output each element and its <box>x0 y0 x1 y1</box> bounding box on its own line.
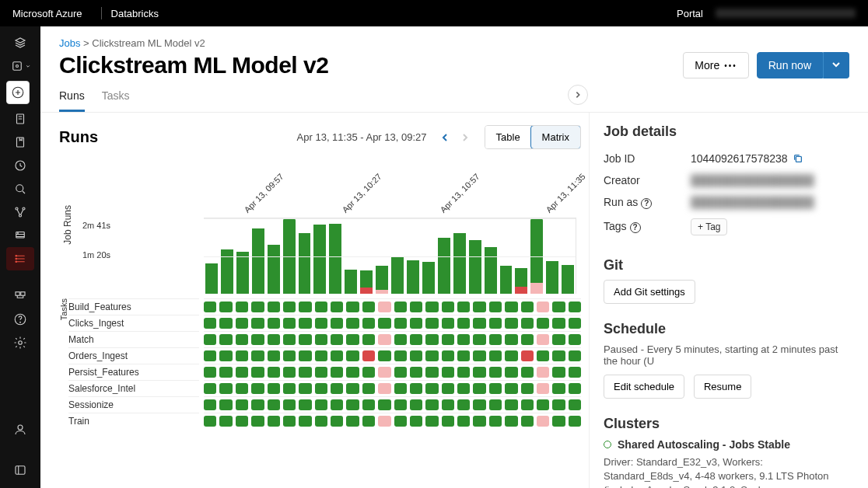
matrix-cell[interactable] <box>473 383 485 394</box>
matrix-cell[interactable] <box>219 416 232 427</box>
matrix-cell[interactable] <box>457 367 470 378</box>
matrix-cell[interactable] <box>362 399 375 410</box>
matrix-cell[interactable] <box>204 302 216 312</box>
matrix-cell[interactable] <box>410 416 422 427</box>
nav-repos-icon[interactable] <box>6 131 34 154</box>
matrix-cell[interactable] <box>236 318 248 329</box>
edit-schedule-button[interactable]: Edit schedule <box>604 375 684 399</box>
matrix-cell[interactable] <box>219 367 232 378</box>
matrix-cell[interactable] <box>442 367 454 378</box>
matrix-cell[interactable] <box>315 399 327 410</box>
matrix-cell[interactable] <box>521 302 534 312</box>
matrix-cell[interactable] <box>505 318 517 329</box>
matrix-cell[interactable] <box>236 367 248 378</box>
matrix-cell[interactable] <box>537 318 549 329</box>
matrix-cell[interactable] <box>505 302 517 312</box>
nav-panel-icon[interactable] <box>6 458 34 482</box>
nav-settings-icon[interactable] <box>6 331 34 354</box>
matrix-cell[interactable] <box>457 350 470 361</box>
runs-prev-button[interactable] <box>435 127 455 148</box>
matrix-cell[interactable] <box>442 350 454 361</box>
matrix-cell[interactable] <box>521 318 534 329</box>
matrix-cell[interactable] <box>236 302 248 312</box>
matrix-cell[interactable] <box>378 302 390 312</box>
matrix-cell[interactable] <box>569 367 581 378</box>
matrix-cell[interactable] <box>425 416 438 427</box>
matrix-cell[interactable] <box>410 302 422 312</box>
matrix-cell[interactable] <box>219 383 232 394</box>
add-tag-button[interactable]: + Tag <box>691 218 727 235</box>
matrix-cell[interactable] <box>569 416 581 427</box>
matrix-cell[interactable] <box>378 367 390 378</box>
matrix-cell[interactable] <box>204 318 216 329</box>
matrix-cell[interactable] <box>315 383 327 394</box>
info-icon[interactable]: ? <box>630 222 641 233</box>
matrix-cell[interactable] <box>251 416 264 427</box>
matrix-cell[interactable] <box>251 367 264 378</box>
matrix-cell[interactable] <box>521 416 534 427</box>
matrix-cell[interactable] <box>251 302 264 312</box>
matrix-cell[interactable] <box>489 367 502 378</box>
copy-icon[interactable] <box>793 153 803 164</box>
matrix-cell[interactable] <box>283 302 296 312</box>
matrix-cell[interactable] <box>569 302 581 312</box>
matrix-cell[interactable] <box>489 350 502 361</box>
matrix-cell[interactable] <box>331 399 343 410</box>
matrix-cell[interactable] <box>537 350 549 361</box>
matrix-cell[interactable] <box>569 350 581 361</box>
matrix-cell[interactable] <box>552 302 565 312</box>
matrix-cell[interactable] <box>346 334 359 345</box>
matrix-cell[interactable] <box>283 350 296 361</box>
matrix-cell[interactable] <box>378 399 390 410</box>
matrix-cell[interactable] <box>378 416 390 427</box>
matrix-cell[interactable] <box>505 350 517 361</box>
matrix-cell[interactable] <box>268 416 280 427</box>
matrix-cell[interactable] <box>552 367 565 378</box>
matrix-cell[interactable] <box>268 367 280 378</box>
matrix-cell[interactable] <box>362 318 375 329</box>
matrix-cell[interactable] <box>489 334 502 345</box>
tabs-scroll-right[interactable] <box>568 85 588 105</box>
cluster-name[interactable]: Shared Autoscaling - Jobs Stable <box>618 438 790 451</box>
matrix-cell[interactable] <box>425 302 438 312</box>
nav-user-icon[interactable] <box>6 418 34 441</box>
matrix-cell[interactable] <box>346 318 359 329</box>
matrix-cell[interactable] <box>251 399 264 410</box>
matrix-cell[interactable] <box>204 367 216 378</box>
matrix-cell[interactable] <box>394 318 407 329</box>
matrix-cell[interactable] <box>537 302 549 312</box>
matrix-cell[interactable] <box>473 399 485 410</box>
matrix-cell[interactable] <box>346 302 359 312</box>
matrix-cell[interactable] <box>299 399 311 410</box>
matrix-cell[interactable] <box>283 367 296 378</box>
matrix-cell[interactable] <box>268 383 280 394</box>
matrix-cell[interactable] <box>219 318 232 329</box>
toggle-table[interactable]: Table <box>485 126 531 148</box>
matrix-cell[interactable] <box>425 367 438 378</box>
matrix-cell[interactable] <box>299 416 311 427</box>
nav-sql-icon[interactable] <box>6 284 34 308</box>
matrix-cell[interactable] <box>204 350 216 361</box>
matrix-cell[interactable] <box>425 334 438 345</box>
matrix-cell[interactable] <box>299 334 311 345</box>
matrix-cell[interactable] <box>283 383 296 394</box>
matrix-cell[interactable] <box>569 383 581 394</box>
matrix-cell[interactable] <box>362 416 375 427</box>
matrix-cell[interactable] <box>473 334 485 345</box>
matrix-cell[interactable] <box>457 383 470 394</box>
matrix-cell[interactable] <box>410 367 422 378</box>
matrix-cell[interactable] <box>378 334 390 345</box>
matrix-cell[interactable] <box>410 350 422 361</box>
matrix-cell[interactable] <box>521 350 534 361</box>
matrix-cell[interactable] <box>236 350 248 361</box>
matrix-cell[interactable] <box>552 318 565 329</box>
matrix-cell[interactable] <box>299 383 311 394</box>
matrix-cell[interactable] <box>473 318 485 329</box>
matrix-cell[interactable] <box>457 302 470 312</box>
matrix-cell[interactable] <box>537 399 549 410</box>
matrix-cell[interactable] <box>457 334 470 345</box>
matrix-cell[interactable] <box>505 399 517 410</box>
matrix-cell[interactable] <box>442 302 454 312</box>
nav-compute-icon[interactable] <box>6 224 34 247</box>
run-now-button[interactable]: Run now <box>757 52 823 78</box>
